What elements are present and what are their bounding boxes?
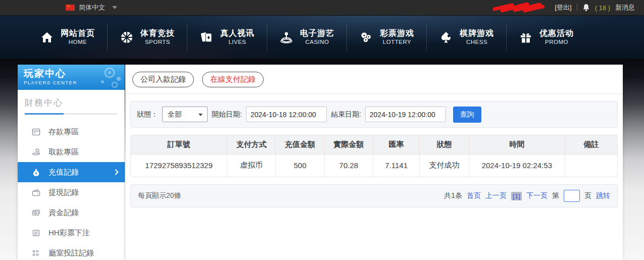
table-header-row: 訂單號 支付方式 充值金額 實際金額 匯率 狀態 時間 備註 bbox=[131, 135, 617, 154]
message-count-badge: ( 18 ) bbox=[595, 4, 610, 12]
sidebar-section: 財務中心 bbox=[18, 90, 125, 115]
col-header-actual-amount: 實際金額 bbox=[324, 135, 373, 154]
cell-status: 支付成功 bbox=[420, 154, 469, 177]
nav-item-home[interactable]: 网站首页 HOME bbox=[28, 23, 107, 51]
redacted-username-scribble bbox=[492, 1, 548, 14]
nav-item-promo[interactable]: 优惠活动 PROMO bbox=[507, 23, 586, 51]
col-header-pay-method: 支付方式 bbox=[227, 135, 276, 154]
sidebar-item-withdrawal-records[interactable]: 提現記錄 bbox=[18, 182, 125, 202]
home-icon bbox=[40, 30, 54, 44]
language-selector[interactable]: 简体中文 bbox=[66, 3, 117, 12]
col-header-order-no: 訂單號 bbox=[131, 135, 227, 154]
player-center-sidebar: 玩家中心 PLAYERS CENTER 財務中心 存款專區 bbox=[18, 65, 125, 260]
status-select[interactable]: 全部 bbox=[162, 107, 208, 122]
nav-label-en: CHESS bbox=[466, 38, 487, 45]
pagination-bar: 每頁顯示20條 共1条 首页 上一页 [1] 下一页 第 页 跳转 bbox=[130, 184, 618, 207]
nav-label-zh: 电子游艺 bbox=[300, 28, 334, 38]
cell-exchange-rate: 7.1141 bbox=[373, 154, 419, 177]
cell-remark bbox=[565, 154, 617, 177]
bell-icon[interactable] bbox=[582, 4, 590, 12]
sidebar-item-funds-records[interactable]: 資金記錄 bbox=[18, 202, 125, 223]
end-date-input[interactable] bbox=[365, 107, 446, 122]
messages-link[interactable]: 新消息 bbox=[615, 3, 635, 12]
col-header-remark: 備註 bbox=[565, 135, 617, 154]
sidebar-item-label: 資金記錄 bbox=[48, 208, 79, 218]
nav-label-zh: 彩票游戏 bbox=[380, 28, 414, 38]
basketball-icon bbox=[120, 30, 134, 44]
next-page-link[interactable]: 下一页 bbox=[526, 191, 548, 200]
cell-actual-amount: 70.28 bbox=[324, 154, 373, 177]
logout-button[interactable]: [登出] bbox=[555, 3, 571, 12]
sidebar-item-hh-lottery-bets[interactable]: HH彩票下注 bbox=[18, 223, 125, 243]
jump-suffix-label: 页 bbox=[584, 191, 591, 200]
sidebar-item-withdraw[interactable]: 取款專區 bbox=[18, 142, 125, 162]
start-date-input[interactable] bbox=[246, 107, 327, 122]
sidebar-header: 玩家中心 PLAYERS CENTER bbox=[18, 65, 125, 90]
col-header-exchange-rate: 匯率 bbox=[373, 135, 419, 154]
chevron-right-icon bbox=[113, 169, 118, 175]
nav-label-en: PROMO bbox=[545, 38, 568, 45]
records-table: 訂單號 支付方式 充值金額 實際金額 匯率 狀態 時間 備註 172927589… bbox=[130, 135, 618, 177]
tab-company-deposit-records[interactable]: 公司入款記錄 bbox=[132, 72, 194, 87]
sidebar-section-rule bbox=[25, 113, 118, 115]
chevron-down-icon bbox=[112, 6, 117, 9]
nav-label-zh: 网站首页 bbox=[61, 28, 95, 38]
per-page-label: 每頁顯示20條 bbox=[138, 191, 181, 200]
wallet-icon bbox=[32, 188, 40, 197]
start-date-label: 開始日期: bbox=[212, 110, 242, 119]
cell-recharge-amount: 500 bbox=[276, 154, 324, 177]
main-nav: 网站首页 HOME 体育竞技 SPORTS 真人视讯 LIVES bbox=[0, 16, 644, 59]
language-label: 简体中文 bbox=[79, 3, 105, 12]
deposit-card-icon bbox=[32, 128, 40, 136]
nav-label-en: CASINO bbox=[305, 38, 329, 45]
sidebar-item-recharge-records[interactable]: 充值記錄 bbox=[18, 162, 125, 182]
gift-icon bbox=[519, 30, 533, 44]
money-bag-icon bbox=[32, 168, 40, 177]
jump-button[interactable]: 跳转 bbox=[596, 191, 610, 200]
nav-item-chess[interactable]: 棋牌游戏 CHESS bbox=[427, 23, 506, 51]
spade-icon bbox=[439, 30, 453, 44]
cell-order-no: 1729275893512329 bbox=[131, 154, 227, 177]
content-panel: 公司入款記錄 在線支付記錄 狀態： 全部 開始日期: 結束日期: 查詢 bbox=[125, 65, 623, 260]
nav-label-zh: 优惠活动 bbox=[539, 28, 574, 38]
nav-label-en: SPORTS bbox=[145, 38, 170, 45]
tab-online-payment-records[interactable]: 在線支付記錄 bbox=[202, 72, 264, 87]
nav-label-zh: 真人视讯 bbox=[220, 28, 255, 38]
nav-item-lottery[interactable]: 彩票游戏 LOTTERY bbox=[347, 23, 426, 51]
sidebar-menu: 存款專區 取款專區 充值記錄 bbox=[18, 122, 125, 260]
lottery-balls-icon bbox=[359, 30, 373, 44]
nav-label-zh: 体育竞技 bbox=[140, 28, 175, 38]
col-header-status: 狀態 bbox=[420, 135, 469, 154]
sidebar-item-label: 存款專區 bbox=[48, 127, 79, 137]
sidebar-item-hall-bet-records[interactable]: 廳室投註記錄 bbox=[18, 243, 125, 260]
hand-coin-icon bbox=[32, 148, 40, 157]
nav-label-en: LOTTERY bbox=[383, 38, 411, 45]
sidebar-item-label: 取款專區 bbox=[48, 147, 79, 157]
record-tabs: 公司入款記錄 在線支付記錄 bbox=[125, 65, 623, 94]
cell-pay-method: 虚拟币 bbox=[227, 154, 276, 177]
current-page-indicator: [1] bbox=[511, 192, 522, 200]
china-flag-icon bbox=[66, 5, 75, 11]
top-bar: 简体中文 [登出] ( 18 ) 新消息 bbox=[0, 0, 644, 16]
chevron-down-icon bbox=[199, 114, 203, 116]
banknotes-icon bbox=[32, 209, 40, 217]
prev-page-link[interactable]: 上一页 bbox=[485, 191, 507, 200]
table-row: 1729275893512329 虚拟币 500 70.28 7.1141 支付… bbox=[131, 154, 617, 177]
nav-item-casino[interactable]: 电子游艺 CASINO bbox=[267, 23, 346, 51]
page-jump-input[interactable] bbox=[564, 190, 580, 202]
nav-label-en: LIVES bbox=[228, 38, 246, 45]
topbar-divider bbox=[577, 4, 577, 11]
total-count-label: 共1条 bbox=[444, 191, 462, 200]
document-icon bbox=[32, 229, 40, 237]
end-date-label: 結束日期: bbox=[331, 110, 361, 119]
sidebar-item-label: 廳室投註記錄 bbox=[48, 248, 94, 258]
sidebar-item-deposit[interactable]: 存款專區 bbox=[18, 122, 125, 142]
first-page-link[interactable]: 首页 bbox=[467, 191, 481, 200]
nav-label-en: HOME bbox=[69, 38, 87, 45]
jump-prefix-label: 第 bbox=[552, 191, 559, 200]
nav-item-lives[interactable]: 真人视讯 LIVES bbox=[187, 23, 267, 51]
list-icon bbox=[32, 249, 40, 257]
query-button[interactable]: 查詢 bbox=[453, 107, 481, 123]
nav-item-sports[interactable]: 体育竞技 SPORTS bbox=[108, 23, 187, 51]
col-header-recharge-amount: 充值金額 bbox=[276, 135, 324, 154]
